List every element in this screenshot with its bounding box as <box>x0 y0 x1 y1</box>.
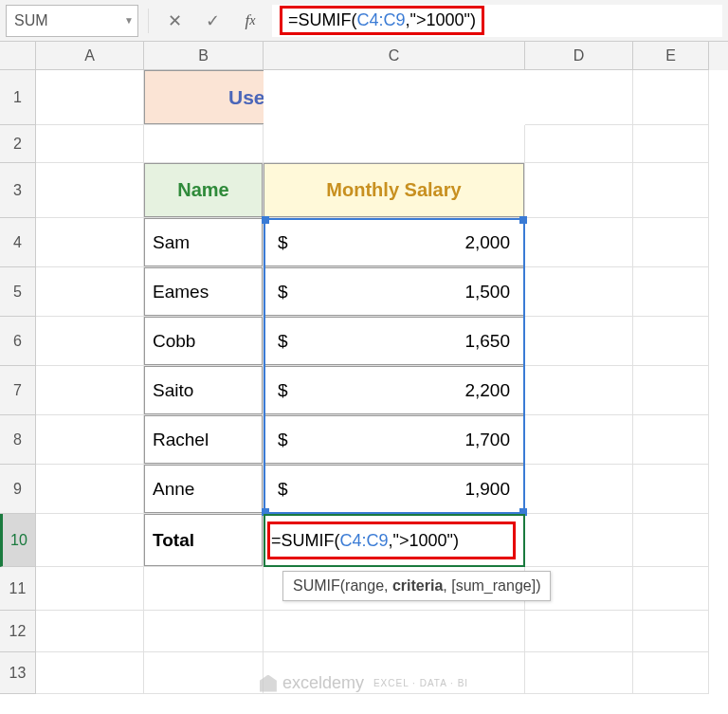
row-header-1[interactable]: 1 <box>0 70 36 125</box>
cancel-icon[interactable]: ✕ <box>158 7 191 35</box>
cell-B11[interactable] <box>144 567 264 611</box>
cell-E9[interactable] <box>633 465 709 514</box>
select-all-corner[interactable] <box>0 42 36 70</box>
cell-A6[interactable] <box>36 317 144 366</box>
salary-cell: $1,650 <box>264 317 524 365</box>
cell-A2[interactable] <box>36 125 144 163</box>
cell-A9[interactable] <box>36 465 144 514</box>
cell-D1[interactable] <box>525 70 633 125</box>
cell-B4[interactable]: Sam <box>144 218 264 267</box>
chevron-down-icon[interactable]: ▼ <box>124 15 134 26</box>
header-salary: Monthly Salary <box>264 163 524 217</box>
cell-B8[interactable]: Rachel <box>144 415 264 465</box>
confirm-icon[interactable]: ✓ <box>196 7 228 35</box>
cell-E11[interactable] <box>633 567 709 611</box>
row-header-2[interactable]: 2 <box>0 125 36 163</box>
row-header-12[interactable]: 12 <box>0 611 36 652</box>
col-header-B[interactable]: B <box>144 42 264 70</box>
watermark: exceldemy EXCEL · DATA · BI <box>0 673 728 693</box>
row-header-3[interactable]: 3 <box>0 163 36 218</box>
row-header-9[interactable]: 9 <box>0 465 36 514</box>
cell-D5[interactable] <box>525 267 633 317</box>
name-cell: Anne <box>144 465 263 513</box>
cell-A5[interactable] <box>36 267 144 317</box>
cell-B6[interactable]: Cobb <box>144 317 264 366</box>
cell-D8[interactable] <box>525 415 633 465</box>
cell-E4[interactable] <box>633 218 709 267</box>
cell-C9[interactable]: $1,900 <box>264 465 525 514</box>
cell-C8[interactable]: $1,700 <box>264 415 525 465</box>
cell-D2[interactable] <box>525 125 633 163</box>
separator <box>148 9 149 33</box>
salary-cell: $2,000 <box>264 218 524 266</box>
row-header-8[interactable]: 8 <box>0 415 36 465</box>
cell-C7[interactable]: $2,200 <box>264 366 525 415</box>
cell-C6[interactable]: $1,650 <box>264 317 525 366</box>
name-cell: Saito <box>144 366 263 414</box>
col-header-A[interactable]: A <box>36 42 144 70</box>
row-header-5[interactable]: 5 <box>0 267 36 317</box>
cell-E10[interactable] <box>633 514 709 567</box>
cell-E2[interactable] <box>633 125 709 163</box>
row-header-10[interactable]: 10 <box>0 514 36 567</box>
col-header-D[interactable]: D <box>525 42 633 70</box>
cell-C2[interactable] <box>264 125 525 163</box>
cell-E1[interactable] <box>633 70 709 125</box>
cell-A7[interactable] <box>36 366 144 415</box>
cell-C3[interactable]: Monthly Salary <box>264 163 525 218</box>
cell-D4[interactable] <box>525 218 633 267</box>
col-header-E[interactable]: E <box>633 42 709 70</box>
row-header-11[interactable]: 11 <box>0 567 36 611</box>
row-header-4[interactable]: 4 <box>0 218 36 267</box>
name-box-value: SUM <box>14 12 48 29</box>
cell-D12[interactable] <box>525 611 633 652</box>
cell-E8[interactable] <box>633 415 709 465</box>
cell-C12[interactable] <box>264 611 525 652</box>
cell-A8[interactable] <box>36 415 144 465</box>
cell-B10[interactable]: Total <box>144 514 264 567</box>
row-header-6[interactable]: 6 <box>0 317 36 366</box>
formula-input[interactable]: =SUMIF(C4:C9,">1000") <box>272 5 722 37</box>
cell-E7[interactable] <box>633 366 709 415</box>
cell-B9[interactable]: Anne <box>144 465 264 514</box>
row-header-7[interactable]: 7 <box>0 366 36 415</box>
col-header-C[interactable]: C <box>264 42 525 70</box>
cell-D6[interactable] <box>525 317 633 366</box>
cell-A10[interactable] <box>36 514 144 567</box>
cell-C5[interactable]: $1,500 <box>264 267 525 317</box>
row-headers: 1 2 3 4 5 6 7 8 9 10 11 12 13 <box>0 70 36 694</box>
cell-D3[interactable] <box>525 163 633 218</box>
cell-B3[interactable]: Name <box>144 163 264 218</box>
cell-D10[interactable] <box>525 514 633 567</box>
cell-E12[interactable] <box>633 611 709 652</box>
name-cell: Sam <box>144 218 263 266</box>
cell-C1[interactable] <box>264 70 525 125</box>
name-box[interactable]: SUM ▼ <box>6 5 138 37</box>
function-tooltip: SUMIF(range, criteria, [sum_range]) <box>282 571 551 601</box>
cell-A12[interactable] <box>36 611 144 652</box>
cell-E3[interactable] <box>633 163 709 218</box>
cell-A1[interactable] <box>36 70 144 125</box>
cell-D7[interactable] <box>525 366 633 415</box>
salary-cell: $1,500 <box>264 267 524 316</box>
cell-E5[interactable] <box>633 267 709 317</box>
name-cell: Rachel <box>144 415 263 464</box>
cell-A11[interactable] <box>36 567 144 611</box>
cell-A4[interactable] <box>36 218 144 267</box>
cell-B1[interactable]: Use of SUMIF function <box>144 70 264 125</box>
active-cell-editor[interactable]: =SUMIF(C4:C9,">1000") <box>264 514 525 567</box>
name-cell: Cobb <box>144 317 263 365</box>
watermark-sub: EXCEL · DATA · BI <box>373 678 468 688</box>
cell-B12[interactable] <box>144 611 264 652</box>
cell-B5[interactable]: Eames <box>144 267 264 317</box>
cell-A3[interactable] <box>36 163 144 218</box>
total-label: Total <box>144 514 263 566</box>
cell-D9[interactable] <box>525 465 633 514</box>
cell-C4[interactable]: $2,000 <box>264 218 525 267</box>
cell-B2[interactable] <box>144 125 264 163</box>
column-headers: A B C D E <box>0 42 728 70</box>
formula-text: =SUMIF(C4:C9,">1000") <box>280 6 484 35</box>
fx-icon[interactable]: fx <box>234 7 266 35</box>
cell-B7[interactable]: Saito <box>144 366 264 415</box>
cell-E6[interactable] <box>633 317 709 366</box>
